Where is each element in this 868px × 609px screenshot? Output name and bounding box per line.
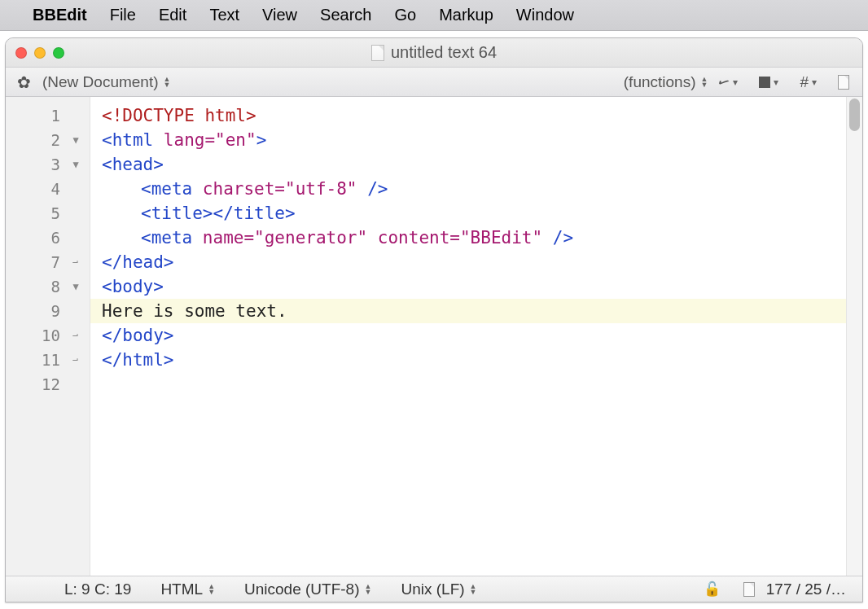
document-stats[interactable]: 177 / 25 /…: [766, 581, 857, 598]
status-bar: L: 9 C: 19 HTML ▲▼ Unicode (UTF-8) ▲▼ Un…: [6, 576, 862, 602]
document-popup[interactable]: (New Document) ▲▼: [37, 73, 175, 91]
includes-popup[interactable]: # ▾: [795, 73, 822, 91]
unlock-icon: 🔓: [704, 581, 721, 598]
code-line[interactable]: <meta charset="utf-8" />: [90, 177, 846, 201]
code-line[interactable]: </body>: [90, 323, 846, 348]
gutter-row[interactable]: 4: [6, 177, 90, 201]
counterpart-popup[interactable]: ▾: [754, 77, 783, 88]
editor-area: 1 2 3 4 5 6 7 8 9 10 11 12 <!DOCTYPE htm…: [6, 97, 862, 576]
functions-popup[interactable]: (functions) ▲▼: [619, 73, 713, 91]
chevron-down-icon: ▾: [812, 77, 817, 88]
gutter-row[interactable]: 11: [6, 348, 90, 372]
app-menu[interactable]: BBEdit: [21, 6, 99, 24]
menu-go[interactable]: Go: [383, 6, 427, 24]
square-icon: [759, 77, 770, 88]
fold-end-icon: [68, 354, 83, 366]
menu-window[interactable]: Window: [505, 6, 585, 24]
language-label: HTML: [160, 581, 203, 598]
gutter-row[interactable]: 10: [6, 323, 90, 348]
menu-search[interactable]: Search: [309, 6, 383, 24]
cursor-position[interactable]: L: 9 C: 19: [53, 581, 142, 598]
macos-menubar: BBEdit File Edit Text View Search Go Mar…: [0, 0, 868, 31]
window-title-text: untitled text 64: [391, 43, 497, 62]
menu-markup[interactable]: Markup: [427, 6, 505, 24]
code-line[interactable]: <title></title>: [90, 201, 846, 226]
chevron-down-icon: ▾: [774, 77, 778, 88]
document-icon-button[interactable]: [833, 75, 854, 90]
gutter-row[interactable]: 3: [6, 152, 90, 177]
stepper-icon: ▲▼: [470, 584, 477, 595]
document-stats-icon[interactable]: [739, 582, 760, 597]
gutter-row[interactable]: 2: [6, 128, 90, 152]
code-line[interactable]: </head>: [90, 250, 846, 274]
gutter-row[interactable]: 5: [6, 201, 90, 226]
code-line[interactable]: <head>: [90, 152, 846, 177]
menu-text[interactable]: Text: [198, 6, 251, 24]
gutter-row[interactable]: 1: [6, 103, 90, 128]
page-icon: [743, 582, 755, 597]
vertical-scrollbar[interactable]: [846, 97, 862, 576]
window-titlebar[interactable]: untitled text 64: [6, 38, 862, 68]
fold-triangle-icon[interactable]: [68, 134, 83, 146]
gutter-row[interactable]: 12: [6, 372, 90, 397]
gutter-row[interactable]: 9: [6, 299, 90, 323]
close-button[interactable]: [15, 47, 27, 59]
code-line[interactable]: <meta name="generator" content="BBEdit" …: [90, 226, 846, 250]
fold-end-icon: [68, 330, 83, 341]
line-endings-popup[interactable]: Unix (LF) ▲▼: [389, 581, 488, 598]
stepper-icon: ▲▼: [701, 77, 708, 88]
menu-view[interactable]: View: [251, 6, 309, 24]
code-line[interactable]: <html lang="en">: [90, 128, 846, 152]
traffic-lights: [6, 47, 64, 59]
marker-popup[interactable]: ✓ ▾: [712, 73, 743, 91]
gear-icon[interactable]: ✿: [11, 72, 37, 92]
gutter-row[interactable]: 6: [6, 226, 90, 250]
navigation-bar: ✿ (New Document) ▲▼ (functions) ▲▼ ✓ ▾ ▾…: [6, 68, 862, 97]
fold-triangle-icon[interactable]: [68, 159, 83, 170]
document-popup-label: (New Document): [42, 73, 159, 91]
pin-icon: ✓: [713, 71, 734, 93]
minimize-button[interactable]: [34, 47, 46, 59]
window-title: untitled text 64: [6, 43, 862, 62]
gutter-row[interactable]: 8: [6, 274, 90, 299]
menu-file[interactable]: File: [99, 6, 147, 24]
page-icon: [838, 75, 849, 90]
encoding-label: Unicode (UTF-8): [244, 581, 359, 598]
code-editor[interactable]: <!DOCTYPE html> <html lang="en"> <head> …: [90, 97, 846, 576]
line-number-gutter[interactable]: 1 2 3 4 5 6 7 8 9 10 11 12: [6, 97, 90, 576]
code-line[interactable]: <body>: [90, 274, 846, 299]
fold-end-icon: [68, 256, 83, 268]
zoom-button[interactable]: [53, 47, 64, 59]
functions-popup-label: (functions): [624, 73, 696, 91]
code-line[interactable]: [90, 372, 846, 397]
code-line[interactable]: <!DOCTYPE html>: [90, 103, 846, 128]
hash-icon: #: [800, 73, 809, 91]
language-popup[interactable]: HTML ▲▼: [149, 581, 226, 598]
menu-edit[interactable]: Edit: [147, 6, 198, 24]
encoding-popup[interactable]: Unicode (UTF-8) ▲▼: [233, 581, 383, 598]
editor-window: untitled text 64 ✿ (New Document) ▲▼ (fu…: [5, 37, 863, 602]
line-endings-label: Unix (LF): [401, 581, 464, 598]
stepper-icon: ▲▼: [164, 77, 171, 88]
document-proxy-icon[interactable]: [371, 45, 384, 61]
scrollbar-thumb[interactable]: [849, 99, 860, 131]
stepper-icon: ▲▼: [208, 584, 215, 595]
code-line-current[interactable]: Here is some text.: [90, 299, 846, 323]
stepper-icon: ▲▼: [365, 584, 372, 595]
fold-triangle-icon[interactable]: [68, 281, 83, 292]
code-line[interactable]: </html>: [90, 348, 846, 372]
gutter-row[interactable]: 7: [6, 250, 90, 274]
lock-button[interactable]: 🔓: [692, 581, 732, 598]
